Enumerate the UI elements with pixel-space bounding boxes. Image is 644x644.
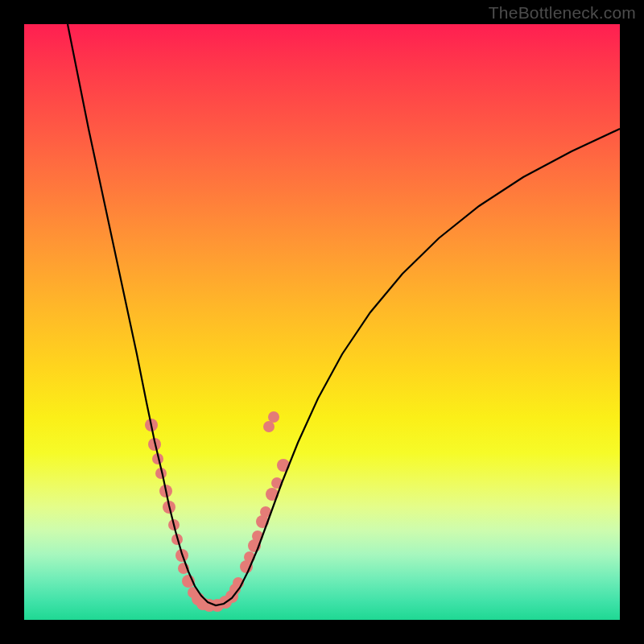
marker-group: [145, 411, 290, 612]
data-marker: [268, 411, 279, 423]
watermark-text: TheBottleneck.com: [489, 3, 636, 23]
bottleneck-curve: [68, 24, 620, 605]
curve-svg: [24, 24, 620, 620]
data-marker: [263, 421, 275, 432]
chart-frame: TheBottleneck.com: [0, 0, 644, 644]
plot-area: [24, 24, 620, 620]
